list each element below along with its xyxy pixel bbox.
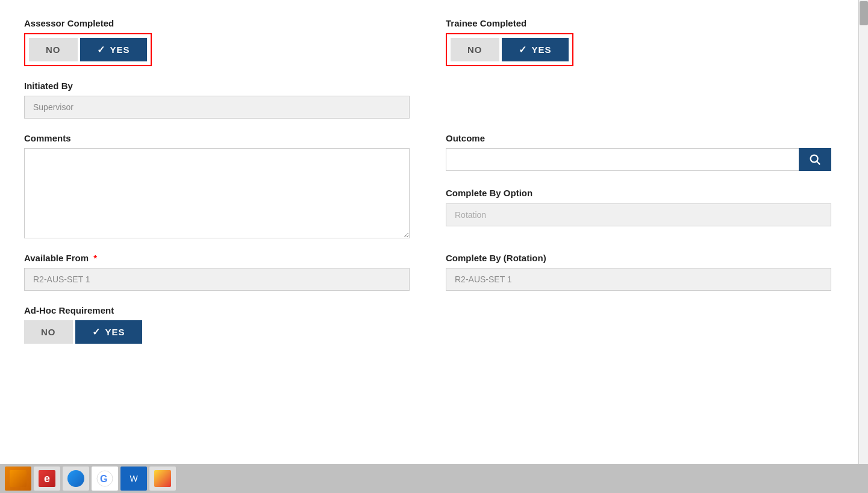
empty-spacer	[446, 81, 831, 119]
complete-by-rotation-input[interactable]	[446, 268, 831, 291]
adhoc-check-icon: ✓	[92, 326, 101, 338]
taskbar-item-1[interactable]	[5, 467, 31, 491]
svg-line-1	[817, 161, 820, 164]
trainee-yes-label: YES	[532, 45, 552, 55]
trainee-yes-button[interactable]: ✓ YES	[502, 38, 569, 61]
svg-point-0	[811, 155, 818, 163]
outcome-group: Outcome Complete By Option	[446, 133, 831, 238]
svg-text:G: G	[100, 474, 107, 484]
trainee-check-icon: ✓	[519, 44, 527, 55]
comments-group: Comments	[24, 133, 410, 238]
adhoc-group: Ad-Hoc Requirement NO ✓ YES	[24, 305, 410, 344]
taskbar: e G W	[0, 464, 868, 493]
comments-textarea[interactable]	[24, 148, 410, 238]
available-from-group: Available From *	[24, 253, 410, 291]
taskbar-item-2[interactable]: e	[34, 467, 60, 491]
assessor-yes-label: YES	[110, 45, 130, 55]
complete-by-option-wrapper	[446, 203, 831, 226]
comments-label: Comments	[24, 133, 410, 143]
assessor-completed-group: Assessor Completed NO ✓ YES	[24, 18, 410, 66]
assessor-yes-button[interactable]: ✓ YES	[80, 38, 147, 61]
available-from-input[interactable]	[24, 268, 410, 291]
adhoc-no-button[interactable]: NO	[24, 320, 73, 344]
complete-by-rotation-label: Complete By (Rotation)	[446, 253, 831, 263]
outcome-search-button[interactable]	[799, 148, 831, 171]
taskbar-item-3[interactable]	[63, 467, 89, 491]
assessor-check-icon: ✓	[97, 44, 105, 55]
taskbar-icon-6	[154, 470, 171, 487]
outcome-input[interactable]	[446, 148, 799, 171]
complete-by-rotation-group: Complete By (Rotation)	[446, 253, 831, 291]
adhoc-toggle-group: NO ✓ YES	[24, 320, 142, 344]
scrollbar[interactable]	[858, 0, 868, 464]
complete-by-option-label: Complete By Option	[446, 188, 532, 198]
scrollbar-thumb[interactable]	[860, 1, 868, 25]
adhoc-yes-button[interactable]: ✓ YES	[75, 320, 142, 344]
outcome-input-group	[446, 148, 831, 171]
complete-by-option-subgroup: Complete By Option	[446, 188, 831, 226]
assessor-no-button[interactable]: NO	[29, 38, 78, 61]
initiated-by-label: Initiated By	[24, 81, 410, 91]
assessor-completed-label: Assessor Completed	[24, 18, 410, 28]
initiated-by-group: Initiated By	[24, 81, 410, 119]
taskbar-icon-5: W	[125, 470, 142, 487]
adhoc-yes-label: YES	[105, 327, 125, 337]
taskbar-icon-1	[10, 470, 27, 487]
taskbar-item-4[interactable]: G	[92, 467, 118, 491]
initiated-by-input[interactable]	[24, 96, 410, 119]
trainee-completed-label: Trainee Completed	[446, 18, 831, 28]
form-grid: Assessor Completed NO ✓ YES Trainee Comp…	[24, 18, 831, 344]
outcome-label: Outcome	[446, 133, 831, 143]
trainee-completed-group: Trainee Completed NO ✓ YES	[446, 18, 831, 66]
trainee-no-button[interactable]: NO	[451, 38, 499, 61]
google-icon: G	[96, 470, 113, 487]
taskbar-icon-3	[67, 470, 84, 487]
main-content: Assessor Completed NO ✓ YES Trainee Comp…	[0, 0, 855, 356]
required-star: *	[91, 253, 97, 263]
complete-by-option-input[interactable]	[446, 203, 831, 226]
taskbar-item-5[interactable]: W	[120, 467, 147, 491]
assessor-toggle-group: NO ✓ YES	[24, 33, 152, 66]
available-from-label: Available From *	[24, 253, 410, 263]
taskbar-item-6[interactable]	[149, 467, 176, 491]
trainee-toggle-group: NO ✓ YES	[446, 33, 573, 66]
empty-spacer-2	[446, 305, 831, 344]
taskbar-icon-2: e	[39, 470, 55, 487]
adhoc-label: Ad-Hoc Requirement	[24, 305, 410, 315]
search-icon	[808, 153, 822, 166]
